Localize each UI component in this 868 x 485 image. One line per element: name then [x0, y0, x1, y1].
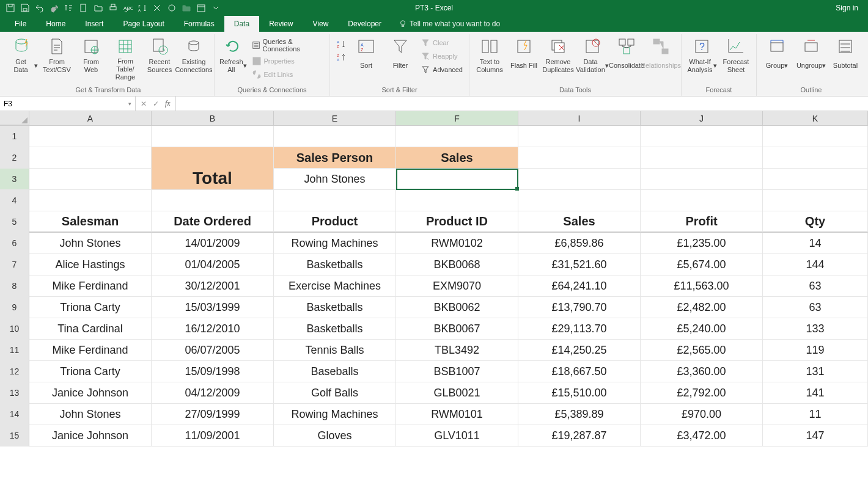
cell[interactable]: BKB0068 — [396, 254, 518, 275]
cell[interactable] — [641, 169, 763, 190]
row-head[interactable]: 11 — [0, 340, 29, 361]
cell[interactable]: BSB1007 — [396, 361, 518, 382]
cell[interactable] — [641, 190, 763, 211]
cell[interactable]: £2,792.00 — [641, 382, 763, 404]
sales-header[interactable]: Sales — [396, 147, 518, 169]
spelling-icon[interactable]: ABC — [122, 2, 133, 13]
cell[interactable] — [763, 190, 868, 211]
undo-icon[interactable] — [34, 2, 45, 13]
cell[interactable]: £64,241.10 — [518, 275, 641, 297]
cell[interactable]: Triona Carty — [29, 361, 152, 382]
cell[interactable] — [29, 126, 152, 147]
cell[interactable]: Rowing Machines — [274, 233, 396, 254]
tab-formulas[interactable]: Formulas — [174, 16, 224, 32]
cell[interactable]: £31,521.60 — [518, 254, 641, 275]
cell[interactable] — [29, 190, 152, 211]
row-head[interactable]: 4 — [0, 190, 29, 211]
forecast-sheet-button[interactable]: Forecast Sheet — [719, 34, 752, 77]
cell[interactable] — [29, 147, 152, 169]
total-label-cell[interactable] — [152, 147, 274, 169]
col-head-B[interactable]: B — [152, 111, 274, 125]
table-header[interactable]: Product — [274, 211, 396, 233]
cell[interactable]: Rowing Machines — [274, 404, 396, 425]
remove-duplicates-button[interactable]: Remove Duplicates — [542, 34, 575, 77]
cell[interactable] — [763, 169, 868, 190]
cell[interactable]: 14/01/2009 — [152, 233, 274, 254]
group-button[interactable]: Group ▾ — [760, 34, 793, 77]
tab-developer[interactable]: Developer — [338, 16, 391, 32]
tab-review[interactable]: Review — [259, 16, 303, 32]
sales-person-value[interactable]: John Stones — [274, 169, 396, 190]
cell[interactable]: Mike Ferdinand — [29, 340, 152, 361]
cell[interactable]: £2,482.00 — [641, 297, 763, 318]
cell[interactable] — [274, 126, 396, 147]
cell[interactable]: £970.00 — [641, 404, 763, 425]
cell[interactable]: 04/12/2009 — [152, 382, 274, 404]
tab-page-layout[interactable]: Page Layout — [113, 16, 174, 32]
refresh-all-button[interactable]: Refresh All ▾ — [218, 34, 248, 77]
col-head-K[interactable]: K — [763, 111, 868, 125]
cell[interactable] — [396, 190, 518, 211]
sort-button[interactable]: AZSort — [350, 34, 383, 77]
cell[interactable]: 01/04/2005 — [152, 254, 274, 275]
cell[interactable]: 11/09/2001 — [152, 425, 274, 447]
qat-customize-icon[interactable] — [210, 2, 221, 13]
flash-fill-button[interactable]: Flash Fill — [507, 34, 540, 77]
cell[interactable] — [274, 190, 396, 211]
cell[interactable]: 63 — [763, 275, 868, 297]
row-head[interactable]: 12 — [0, 361, 29, 382]
cell[interactable]: 144 — [763, 254, 868, 275]
row-head[interactable]: 15 — [0, 425, 29, 447]
sort-asc-icon[interactable] — [64, 2, 75, 13]
tab-data[interactable]: Data — [224, 16, 259, 32]
cell[interactable]: Exercise Machines — [274, 275, 396, 297]
cell[interactable] — [518, 126, 641, 147]
cell[interactable]: 147 — [763, 425, 868, 447]
recent-sources-button[interactable]: Recent Sources — [143, 34, 176, 77]
table-header[interactable]: Salesman — [29, 211, 152, 233]
cell[interactable]: TBL3492 — [396, 340, 518, 361]
cell[interactable]: 14 — [763, 233, 868, 254]
cell[interactable]: £14,250.25 — [518, 340, 641, 361]
cell[interactable]: Janice Johnson — [29, 425, 152, 447]
cell[interactable]: RWM0102 — [396, 233, 518, 254]
cell[interactable]: Basketballs — [274, 297, 396, 318]
cell[interactable]: 141 — [763, 382, 868, 404]
cell[interactable]: Tennis Balls — [274, 340, 396, 361]
row-head[interactable]: 1 — [0, 126, 29, 147]
cell[interactable] — [29, 169, 152, 190]
cell[interactable]: Alice Hastings — [29, 254, 152, 275]
advanced-filter-button[interactable]: Advanced — [418, 64, 465, 76]
reapply-button[interactable]: Reapply — [418, 50, 465, 62]
table-header[interactable]: Qty — [763, 211, 868, 233]
cell[interactable]: 06/07/2005 — [152, 340, 274, 361]
queries-connections-button[interactable]: Queries & Connections — [249, 37, 326, 54]
cell[interactable]: John Stones — [29, 404, 152, 425]
row-head[interactable]: 9 — [0, 297, 29, 318]
sort-desc-button[interactable]: ZA — [334, 51, 348, 64]
tab-insert[interactable]: Insert — [75, 16, 113, 32]
relationships-button[interactable]: Relationships — [644, 34, 677, 77]
cell[interactable]: £5,389.89 — [518, 404, 641, 425]
cell[interactable]: £6,859.86 — [518, 233, 641, 254]
row-head[interactable]: 5 — [0, 211, 29, 233]
clear-filter-button[interactable]: Clear — [418, 37, 465, 49]
row-head[interactable]: 13 — [0, 382, 29, 404]
cell[interactable]: £11,563.00 — [641, 275, 763, 297]
cell[interactable]: Janice Johnson — [29, 382, 152, 404]
from-text-csv-button[interactable]: From Text/CSV — [40, 34, 73, 77]
cell[interactable]: £19,287.87 — [518, 425, 641, 447]
cell[interactable]: Basketballs — [274, 318, 396, 340]
cell[interactable]: 15/03/1999 — [152, 297, 274, 318]
autosave-icon[interactable] — [5, 2, 16, 13]
from-table-range-button[interactable]: From Table/ Range — [109, 34, 142, 84]
fx-icon[interactable]: fx — [165, 99, 171, 108]
consolidate-button[interactable]: Consolidate — [610, 34, 643, 77]
sign-in-link[interactable]: Sign in — [836, 4, 868, 12]
cell[interactable] — [152, 190, 274, 211]
cell[interactable]: Basketballs — [274, 254, 396, 275]
cell[interactable]: BKB0062 — [396, 297, 518, 318]
formula-input[interactable] — [176, 97, 868, 111]
cell[interactable]: GLV1011 — [396, 425, 518, 447]
folder-icon[interactable] — [181, 2, 192, 13]
